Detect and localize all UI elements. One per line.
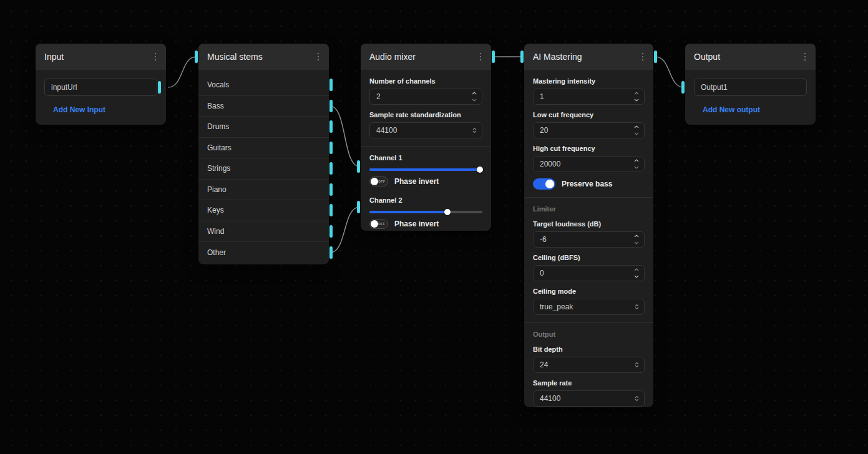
select-caret-icon (635, 304, 639, 310)
output-handle-bass[interactable] (329, 100, 333, 112)
stem-row-guitars[interactable]: Guitars (198, 138, 329, 159)
input-handle-channel2[interactable] (357, 201, 360, 213)
input-handle-stems[interactable] (195, 51, 198, 63)
stem-row-other[interactable]: Other (198, 242, 329, 263)
phase-invert-label: Phase invert (394, 177, 439, 186)
intensity-label: Mastering intensity (533, 77, 645, 85)
stem-row-bass[interactable]: Bass (198, 96, 329, 117)
input-handle-output1[interactable] (681, 81, 685, 94)
spinner-down-icon[interactable] (634, 275, 639, 278)
node-title: Musical stems (207, 52, 263, 62)
stem-row-drums[interactable]: Drums (198, 117, 329, 138)
bitdepth-label: Bit depth (533, 345, 645, 353)
phase-invert-toggle[interactable]: OFF (369, 176, 388, 186)
output-handle-mastering[interactable] (654, 51, 657, 63)
phase-invert-toggle[interactable]: OFF (369, 219, 388, 229)
node-output[interactable]: Output Add New output (685, 44, 816, 125)
stem-row-vocals[interactable]: Vocals (198, 75, 329, 96)
edge-other-to-channel2[interactable] (330, 207, 359, 253)
node-title: Output (694, 52, 720, 62)
stem-row-piano[interactable]: Piano (198, 180, 329, 201)
spinner-down-icon[interactable] (472, 99, 477, 102)
add-new-output-button[interactable]: Add New output (703, 105, 760, 114)
kebab-menu-icon[interactable] (638, 51, 648, 64)
loudness-input[interactable] (534, 232, 644, 247)
spinner-up-icon[interactable] (634, 92, 639, 95)
spinner-up-icon[interactable] (634, 125, 639, 128)
preserve-bass-toggle[interactable] (533, 178, 555, 190)
node-input[interactable]: Input Add New Input (36, 44, 166, 125)
edge-mastering-to-output[interactable] (655, 57, 684, 87)
intensity-input[interactable] (534, 89, 644, 104)
node-musical-stems-header[interactable]: Musical stems (198, 44, 329, 70)
channel1-slider[interactable] (369, 167, 482, 173)
highcut-input[interactable] (534, 157, 644, 171)
output-handle-other[interactable] (329, 246, 333, 259)
kebab-menu-icon[interactable] (151, 51, 160, 64)
stem-label: Other (207, 248, 226, 257)
output-handle-wind[interactable] (329, 225, 333, 238)
stem-label: Bass (207, 102, 224, 110)
output-handle-vocals[interactable] (329, 79, 333, 91)
loudness-label: Target loudness (dB) (533, 220, 645, 228)
channels-input[interactable] (370, 89, 482, 104)
output-handle-piano[interactable] (329, 183, 333, 196)
output-handle-inputurl[interactable] (158, 81, 161, 94)
slider-thumb[interactable] (444, 209, 451, 215)
bitdepth-select[interactable]: 24 (533, 357, 645, 373)
node-musical-stems[interactable]: Musical stems Vocals Bass Drums Guitars … (198, 44, 329, 264)
lowcut-input[interactable] (534, 123, 644, 138)
edge-bass-to-channel1[interactable] (330, 106, 359, 167)
input-handle-channel1[interactable] (357, 160, 360, 173)
stem-label: Drums (207, 122, 229, 131)
node-output-header[interactable]: Output (685, 44, 816, 70)
out-samplerate-label: Sample rate (533, 379, 645, 387)
node-audio-mixer-header[interactable]: Audio mixer (361, 44, 491, 70)
spinner-down-icon[interactable] (634, 166, 639, 169)
stem-row-wind[interactable]: Wind (198, 221, 329, 243)
spinner-down-icon[interactable] (634, 132, 639, 135)
kebab-menu-icon[interactable] (801, 51, 810, 64)
channel1-label: Channel 1 (369, 154, 482, 162)
spinner-up-icon[interactable] (634, 268, 639, 271)
stem-row-keys[interactable]: Keys (198, 200, 329, 221)
ceiling-mode-select[interactable]: true_peak (533, 299, 645, 315)
select-caret-icon (635, 362, 639, 368)
kebab-menu-icon[interactable] (476, 51, 485, 64)
samplerate-select[interactable]: 44100 (369, 122, 482, 138)
slider-thumb[interactable] (477, 167, 483, 173)
samplerate-value: 44100 (370, 126, 397, 135)
output-handle-keys[interactable] (329, 204, 333, 216)
edge-input-to-stems[interactable] (168, 57, 197, 87)
add-new-input-button[interactable]: Add New Input (53, 105, 105, 114)
stem-row-strings[interactable]: Strings (198, 158, 329, 180)
spinner-down-icon[interactable] (634, 99, 639, 102)
input-handle-mastering[interactable] (520, 51, 524, 63)
output-handle-guitars[interactable] (329, 142, 333, 154)
out-samplerate-select[interactable]: 44100 (533, 390, 645, 407)
output-handle-strings[interactable] (329, 162, 333, 175)
kebab-menu-icon[interactable] (314, 51, 323, 64)
divider (361, 146, 491, 147)
highcut-label: High cut frequency (533, 145, 645, 152)
output-name-field[interactable] (694, 79, 807, 96)
spinner-up-icon[interactable] (634, 159, 639, 162)
output-handle-mixer[interactable] (492, 51, 495, 63)
node-title: AI Mastering (533, 52, 582, 62)
node-input-header[interactable]: Input (36, 44, 166, 70)
ceiling-input[interactable] (534, 266, 644, 281)
node-ai-mastering-header[interactable]: AI Mastering (524, 44, 653, 70)
channel2-slider[interactable] (369, 209, 482, 215)
channels-label: Number of channels (369, 77, 482, 85)
spinner-up-icon[interactable] (472, 92, 477, 95)
output-handle-drums[interactable] (329, 120, 333, 133)
node-editor-canvas[interactable]: Input Add New Input Musical stems Vocals… (0, 0, 868, 454)
node-audio-mixer[interactable]: Audio mixer Number of channels Sample ra… (361, 44, 491, 231)
input-url-field[interactable] (44, 79, 157, 96)
spinner-down-icon[interactable] (634, 241, 639, 244)
lowcut-label: Low cut frequency (533, 111, 645, 118)
node-ai-mastering[interactable]: AI Mastering Mastering intensity Low cut… (524, 44, 653, 407)
divider (524, 197, 653, 198)
spinner-up-icon[interactable] (634, 234, 639, 238)
ceiling-mode-value: true_peak (534, 302, 573, 311)
